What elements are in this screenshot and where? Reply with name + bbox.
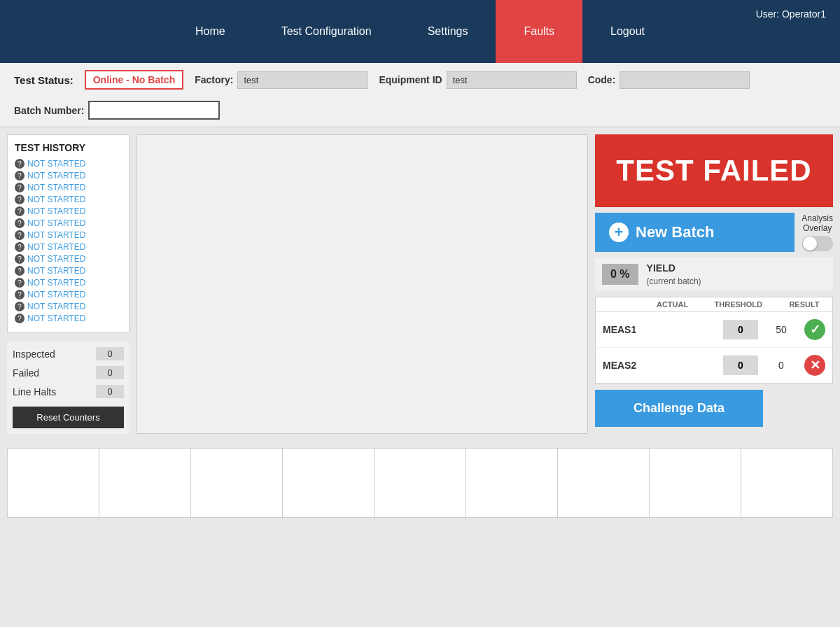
nav-item-faults[interactable]: Faults xyxy=(496,0,582,63)
history-item-label: NOT STARTED xyxy=(27,206,85,216)
grid-cell-1 xyxy=(8,449,99,519)
history-item[interactable]: ?NOT STARTED xyxy=(15,206,122,216)
history-item-icon: ? xyxy=(15,230,24,240)
analysis-overlay-label: Analysis Overlay xyxy=(802,213,833,233)
history-item[interactable]: ?NOT STARTED xyxy=(15,266,122,276)
equipment-id-label: Equipment ID xyxy=(379,74,442,85)
history-item-label: NOT STARTED xyxy=(27,254,85,264)
history-item-label: NOT STARTED xyxy=(27,218,85,228)
history-item[interactable]: ?NOT STARTED xyxy=(15,195,122,204)
meas2-actual: 0 xyxy=(723,355,758,375)
history-item-label: NOT STARTED xyxy=(27,290,85,300)
yield-label: YIELD xyxy=(647,262,701,276)
line-halts-row: Line Halts 0 xyxy=(13,385,124,398)
history-item[interactable]: ?NOT STARTED xyxy=(15,218,122,228)
meas2-row: MEAS2 0 0 ✕ xyxy=(596,348,832,383)
code-input[interactable] xyxy=(620,71,750,89)
line-halts-label: Line Halts xyxy=(13,386,56,397)
grid-cell-7 xyxy=(558,449,650,519)
yield-percent: 0 % xyxy=(602,264,638,285)
factory-label: Factory: xyxy=(195,74,233,85)
inspected-label: Inspected xyxy=(13,348,55,360)
nav-item-settings[interactable]: Settings xyxy=(400,0,496,63)
history-item-icon: ? xyxy=(15,218,24,228)
history-item-icon: ? xyxy=(15,206,24,216)
history-item-label: NOT STARTED xyxy=(27,230,85,240)
inspected-value: 0 xyxy=(96,347,124,360)
history-item-icon: ? xyxy=(15,159,24,169)
history-item[interactable]: ?NOT STARTED xyxy=(15,183,122,192)
history-item[interactable]: ?NOT STARTED xyxy=(15,254,122,264)
new-batch-icon: + xyxy=(609,223,629,242)
history-item[interactable]: ?NOT STARTED xyxy=(15,242,122,252)
analysis-overlay-toggle[interactable] xyxy=(802,236,833,251)
failed-value: 0 xyxy=(96,366,124,379)
history-item-icon: ? xyxy=(15,183,24,192)
meas-header: ACTUAL THRESHOLD RESULT xyxy=(596,297,832,312)
history-item-label: NOT STARTED xyxy=(27,314,85,323)
grid-cell-3 xyxy=(191,449,283,519)
history-item-label: NOT STARTED xyxy=(27,242,85,252)
history-item[interactable]: ?NOT STARTED xyxy=(15,230,122,240)
equipment-id-field: Equipment ID xyxy=(379,71,576,89)
nav-item-test-configuration[interactable]: Test Configuration xyxy=(253,0,400,63)
history-item[interactable]: ?NOT STARTED xyxy=(15,171,122,181)
nav-item-home[interactable]: Home xyxy=(167,0,253,63)
test-status-label: Test Status: xyxy=(14,74,74,86)
history-item-icon: ? xyxy=(15,302,24,311)
batch-number-label: Batch Number: xyxy=(14,105,84,116)
measurements-table: ACTUAL THRESHOLD RESULT MEAS1 0 50 ✓ MEA… xyxy=(595,297,833,384)
nav-item-logout[interactable]: Logout xyxy=(582,0,673,63)
history-item-label: NOT STARTED xyxy=(27,195,85,204)
new-batch-label: New Batch xyxy=(636,223,714,241)
yield-sub: (current batch) xyxy=(647,276,701,288)
history-list: ?NOT STARTED?NOT STARTED?NOT STARTED?NOT… xyxy=(15,159,122,323)
history-item[interactable]: ?NOT STARTED xyxy=(15,302,122,311)
status-bar: Test Status: Online - No Batch Factory: … xyxy=(0,63,840,127)
history-item-label: NOT STARTED xyxy=(27,266,85,276)
equipment-id-input[interactable] xyxy=(447,71,577,89)
meas1-threshold: 50 xyxy=(764,324,799,335)
factory-input[interactable] xyxy=(237,71,368,89)
yield-row: 0 % YIELD (current batch) xyxy=(595,258,833,291)
history-item-label: NOT STARTED xyxy=(27,171,85,181)
factory-field: Factory: xyxy=(195,71,368,89)
header-result: RESULT xyxy=(783,300,825,309)
history-item-icon: ? xyxy=(15,314,24,323)
batch-number-field: Batch Number: xyxy=(14,101,220,120)
history-item-label: NOT STARTED xyxy=(27,183,85,192)
right-panel: TEST FAILED + New Batch Analysis Overlay… xyxy=(595,134,833,434)
history-item-icon: ? xyxy=(15,242,24,252)
counters-section: Inspected 0 Failed 0 Line Halts 0 Reset … xyxy=(7,341,130,434)
new-batch-row: + New Batch Analysis Overlay xyxy=(595,213,833,252)
challenge-data-button[interactable]: Challenge Data xyxy=(595,390,763,427)
failed-label: Failed xyxy=(13,367,39,379)
center-panel xyxy=(136,134,588,434)
history-item-icon: ? xyxy=(15,254,24,264)
history-item-icon: ? xyxy=(15,171,24,181)
grid-cell-8 xyxy=(650,449,741,519)
new-batch-button[interactable]: + New Batch xyxy=(595,213,794,252)
meas1-row: MEAS1 0 50 ✓ xyxy=(596,312,832,348)
history-item-icon: ? xyxy=(15,195,24,204)
history-item-label: NOT STARTED xyxy=(27,302,85,311)
test-history-title: TEST HISTORY xyxy=(15,142,122,153)
header-threshold: THRESHOLD xyxy=(715,300,762,309)
code-label: Code: xyxy=(588,74,616,85)
history-item[interactable]: ?NOT STARTED xyxy=(15,278,122,288)
header-actual: ACTUAL xyxy=(652,300,694,309)
reset-counters-button[interactable]: Reset Counters xyxy=(13,407,124,428)
grid-cell-2 xyxy=(99,449,191,519)
analysis-overlay: Analysis Overlay xyxy=(802,213,833,251)
history-item[interactable]: ?NOT STARTED xyxy=(15,314,122,323)
batch-number-input[interactable] xyxy=(88,101,220,120)
line-halts-value: 0 xyxy=(96,385,124,398)
meas1-result-icon: ✓ xyxy=(804,319,825,340)
history-item-icon: ? xyxy=(15,290,24,300)
toggle-knob xyxy=(803,237,817,251)
left-panel: TEST HISTORY ?NOT STARTED?NOT STARTED?NO… xyxy=(7,134,130,434)
grid-cell-6 xyxy=(466,449,558,519)
history-item[interactable]: ?NOT STARTED xyxy=(15,159,122,169)
history-item[interactable]: ?NOT STARTED xyxy=(15,290,122,300)
history-item-label: NOT STARTED xyxy=(27,159,85,169)
